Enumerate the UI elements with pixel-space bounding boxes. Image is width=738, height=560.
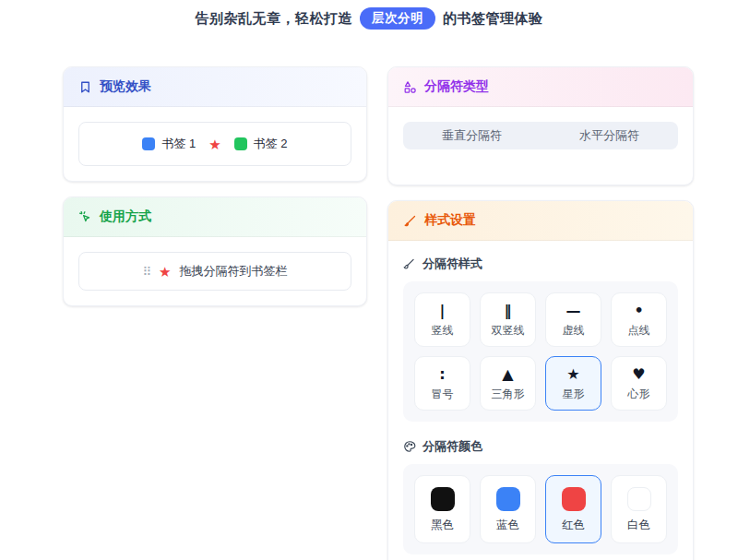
style-option-tile[interactable]: ‖ 双竖线 [480,292,536,347]
bookmark1-favicon [142,137,155,150]
style-option-tile[interactable]: ▲ 三角形 [480,356,536,411]
style-option-tile[interactable]: ♥ 心形 [611,356,667,411]
preview-card-title: 预览效果 [100,78,151,95]
separator-style-label-text: 分隔符样式 [423,256,482,272]
separator-style-label: 分隔符样式 [403,256,678,272]
separator-type-card: 分隔符类型 垂直分隔符 水平分隔符 [387,66,694,185]
cursor-click-icon [78,210,92,224]
style-option-tile[interactable]: : 冒号 [414,356,470,411]
title-prefix: 告别杂乱无章，轻松打造 [196,10,353,28]
drag-handle-icon[interactable]: ⠿ [143,266,151,278]
style-settings-header: 样式设置 [388,201,693,241]
color-swatch [627,487,651,511]
style-option-glyph: ▲ [502,365,513,384]
style-option-glyph: — [566,302,581,320]
separator-color-label: 分隔符颜色 [403,438,678,455]
preview-card-header: 预览效果 [64,67,366,107]
bookmark-preview-box: 书签 1 ★ 书签 2 [78,122,351,166]
color-option-tile[interactable]: 蓝色 [480,475,536,543]
tab-label: 垂直分隔符 [442,127,502,144]
style-option-tile[interactable]: • 点线 [611,292,667,347]
color-option-label: 黑色 [431,518,454,533]
shapes-icon [403,80,417,94]
color-option-label: 红色 [562,518,585,533]
right-column: 分隔符类型 垂直分隔符 水平分隔符 [387,66,694,560]
separator-color-label-text: 分隔符颜色 [423,438,482,455]
tab-label: 水平分隔符 [579,127,639,144]
style-option-tile[interactable]: ★ 星形 [545,356,601,411]
usage-card-title: 使用方式 [100,209,151,225]
draggable-separator-item[interactable]: ⠿ ★ 拖拽分隔符到书签栏 [78,252,351,291]
separator-type-header: 分隔符类型 [388,67,693,107]
main-layout: 预览效果 书签 1 ★ 书签 2 [63,66,694,560]
title-suffix: 的书签管理体验 [443,10,543,28]
bookmark-item-2: 书签 2 [234,136,288,152]
color-option-tile[interactable]: 红色 [545,475,601,543]
style-option-label: 冒号 [432,387,454,402]
color-option-tile[interactable]: 白色 [611,475,667,543]
usage-card: 使用方式 ⠿ ★ 拖拽分隔符到书签栏 [63,197,367,306]
style-option-label: 虚线 [563,323,585,339]
color-swatch [562,487,586,511]
color-swatch [496,487,520,511]
paintbrush-icon [403,214,417,228]
style-option-tile[interactable]: | 竖线 [414,292,470,347]
pen-icon [403,257,416,270]
style-option-glyph: ♥ [632,365,645,384]
color-option-label: 白色 [627,518,650,533]
style-settings-card: 样式设置 分隔符样式 | 竖线 [387,200,694,560]
style-option-label: 竖线 [432,323,454,339]
separator-type-tab[interactable]: 水平分隔符 [541,122,678,149]
style-option-label: 双竖线 [492,323,525,339]
style-option-label: 心形 [628,387,650,402]
style-option-glyph: • [634,302,643,320]
style-settings-title: 样式设置 [424,212,476,229]
bookmark2-favicon [234,137,247,150]
separator-star-icon: ★ [208,137,220,151]
separator-type-tab[interactable]: 垂直分隔符 [403,122,541,149]
preview-card: 预览效果 书签 1 ★ 书签 2 [63,66,367,182]
usage-card-header: 使用方式 [64,197,366,237]
color-option-tile[interactable]: 黑色 [414,475,470,543]
drag-hint-text: 拖拽分隔符到书签栏 [179,263,287,280]
color-swatch [431,487,455,511]
bookmark1-label: 书签 1 [161,136,196,152]
style-option-glyph: ★ [566,365,579,384]
style-option-glyph: : [439,365,445,384]
separator-type-title: 分隔符类型 [424,78,489,95]
style-option-glyph: ‖ [505,302,512,320]
style-option-tile[interactable]: — 虚线 [545,292,601,347]
separator-type-tabs: 垂直分隔符 水平分隔符 [403,122,678,149]
color-option-label: 蓝色 [496,518,519,533]
bookmark-item-1: 书签 1 [142,136,196,152]
style-option-glyph: | [440,302,446,320]
title-badge: 层次分明 [360,7,435,30]
left-column: 预览效果 书签 1 ★ 书签 2 [63,66,367,306]
separator-style-grid: | 竖线 ‖ 双竖线 — 虚线 [403,281,678,422]
bookmark2-label: 书签 2 [254,136,288,152]
style-option-label: 三角形 [492,387,525,402]
separator-color-grid: 黑色 蓝色 红色 [403,464,678,554]
page-title: 告别杂乱无章，轻松打造 层次分明 的书签管理体验 [0,0,738,30]
palette-icon [403,440,416,453]
drag-star-icon: ★ [159,265,171,279]
style-option-label: 星形 [563,387,585,402]
bookmark-icon [78,80,92,94]
style-option-label: 点线 [628,323,650,339]
